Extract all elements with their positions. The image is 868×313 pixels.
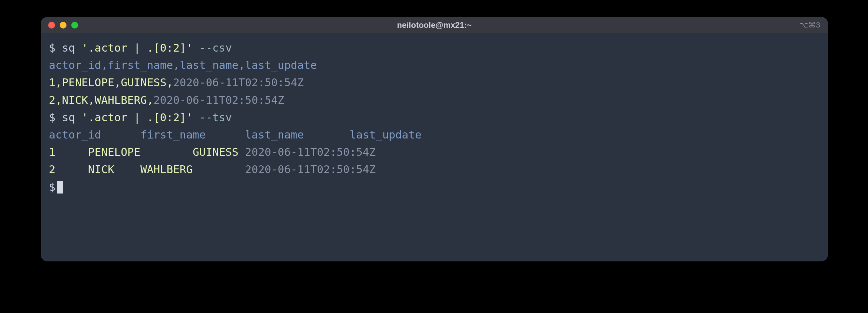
timestamp: 2020-06-11T02:50:54Z [153, 94, 284, 107]
csv-row: 2,NICK,WAHLBERG, [49, 94, 153, 107]
prompt: $ [49, 41, 55, 54]
cmd-flag: --csv [199, 41, 232, 54]
terminal-window: neilotoole@mx21:~ ⌥⌘3 $ sq '.actor | .[0… [41, 17, 828, 261]
prompt: $ [49, 181, 55, 194]
prompt: $ [49, 111, 55, 124]
timestamp: 2020-06-11T02:50:54Z [173, 76, 304, 89]
cmd-text: sq [55, 111, 81, 124]
tsv-row: 2 NICK WAHLBERG [49, 163, 245, 176]
pane-indicator: ⌥⌘3 [799, 21, 820, 30]
terminal-body[interactable]: $ sq '.actor | .[0:2]' --csv actor_id,fi… [41, 33, 828, 261]
cmd-text: sq [55, 41, 81, 54]
csv-header: actor_id,first_name,last_name,last_updat… [49, 59, 317, 72]
cmd-arg: '.actor | .[0:2]' [81, 111, 193, 124]
timestamp: 2020-06-11T02:50:54Z [245, 163, 376, 176]
traffic-lights [48, 22, 78, 29]
window-title: neilotoole@mx21:~ [41, 20, 828, 30]
timestamp: 2020-06-11T02:50:54Z [245, 146, 376, 159]
cmd-arg: '.actor | .[0:2]' [81, 41, 193, 54]
zoom-icon[interactable] [71, 22, 78, 29]
tsv-row: 1 PENELOPE GUINESS [49, 146, 245, 159]
titlebar: neilotoole@mx21:~ ⌥⌘3 [41, 17, 828, 33]
close-icon[interactable] [48, 22, 55, 29]
sp [193, 41, 199, 54]
csv-row: 1,PENELOPE,GUINESS, [49, 76, 173, 89]
minimize-icon[interactable] [60, 22, 67, 29]
cmd-flag: --tsv [199, 111, 232, 124]
sp [193, 111, 199, 124]
cursor [57, 181, 63, 194]
tsv-header: actor_id first_name last_name last_updat… [49, 128, 421, 141]
